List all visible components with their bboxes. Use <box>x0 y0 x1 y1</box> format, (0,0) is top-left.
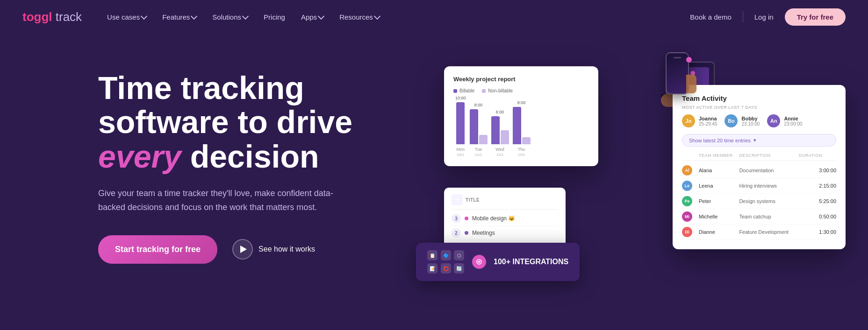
nav-item-use-cases[interactable]: Use cases <box>100 9 153 25</box>
weekly-report-card: Weekly project report Billable Non-billa… <box>444 66 598 166</box>
hero-title: Time tracking software to drive every de… <box>98 71 388 174</box>
chevron-down-icon: ▾ <box>753 137 756 143</box>
project-color-dot <box>465 217 468 220</box>
nav-divider <box>743 11 743 22</box>
bar-day: Tue <box>475 147 482 152</box>
integrations-card: 📋 🔷 ⬡ 📝 ⭕ 🔄 100+ INTEGRATIONS <box>416 243 580 281</box>
member-avatar: Jo <box>682 114 695 127</box>
start-tracking-button[interactable]: Start tracking for free <box>98 235 217 264</box>
logo-track: track <box>56 10 82 24</box>
bar-day: Thu <box>518 147 525 152</box>
bar-day: Mon <box>457 147 465 152</box>
bar-pair <box>470 109 488 144</box>
row-duration: 1:30:00 <box>799 229 836 235</box>
table-row: Pe Peter Design systems 5:25:00 <box>682 194 836 209</box>
bar-date: 12/1 <box>496 153 504 157</box>
chart-legend: Billable Non-billable <box>453 88 589 93</box>
table-row: Al Alana Documentation 3:00:00 <box>682 163 836 178</box>
project-title-row: ▾ TITLE <box>452 194 558 210</box>
member-chip: Jo Joanna 25-29:45 <box>682 114 717 127</box>
bar-group: 10:00 Mon 10/1 <box>455 96 466 157</box>
integrations-icons: 📋 🔷 ⬡ 📝 ⭕ 🔄 <box>427 250 465 274</box>
hero-left: Time tracking software to drive every de… <box>98 57 388 264</box>
chevron-down-icon <box>318 13 324 19</box>
nav-item-solutions[interactable]: Solutions <box>206 9 254 25</box>
book-demo-link[interactable]: Book a demo <box>690 13 731 21</box>
row-avatar: Al <box>682 165 692 176</box>
table-row: Mi Michelle Team catchup 0:50:00 <box>682 209 836 225</box>
row-name: Michelle <box>699 214 737 219</box>
integrations-pink-button <box>472 255 486 269</box>
bar-date: 11/1 <box>475 153 482 157</box>
table-row: Di Dianne Feature Development 1:30:00 <box>682 225 836 240</box>
member-time: 25-29:45 <box>699 121 717 126</box>
chevron-down-icon <box>141 13 147 19</box>
hero-cta: Start tracking for free See how it works <box>98 235 388 264</box>
weekly-card-title: Weekly project report <box>453 76 589 83</box>
nav-item-pricing[interactable]: Pricing <box>257 9 292 25</box>
integration-icon-3: ⬡ <box>454 250 464 260</box>
logo[interactable]: toggl track <box>22 10 82 24</box>
bar-date: 10/1 <box>457 153 464 157</box>
nav-item-features[interactable]: Features <box>156 9 203 25</box>
bar-group: 8:00 Tue 11/1 <box>470 103 488 157</box>
row-duration: 2:15:00 <box>799 183 836 189</box>
bar-group: 8:00 Thu 13/1 <box>513 100 531 157</box>
play-triangle <box>240 246 247 253</box>
bar-billable <box>513 107 521 144</box>
member-info: Joanna 25-29:45 <box>699 116 717 126</box>
row-avatar: Mi <box>682 211 692 222</box>
member-time: 23:00:00 <box>784 121 802 126</box>
bar-chart: 10:00 Mon 10/1 8:00 Tue 11/1 6:00 Wed 12… <box>453 101 589 157</box>
bar-top-label: 8:00 <box>517 100 526 105</box>
nav-item-apps[interactable]: Apps <box>294 9 330 25</box>
table-row: Le Leena Hiring interviews 2:15:00 <box>682 178 836 194</box>
bar-day: Wed <box>495 147 504 152</box>
hero-section: Time tracking software to drive every de… <box>0 34 868 330</box>
row-avatar: Le <box>682 181 692 191</box>
row-duration: 0:50:00 <box>799 214 836 219</box>
nonbillable-dot <box>482 89 486 93</box>
project-row-meetings: 2 Meetings <box>452 226 558 240</box>
try-for-free-button[interactable]: Try for free <box>785 8 846 26</box>
row-description: Feature Development <box>739 229 797 235</box>
chevron-down-icon <box>191 13 197 19</box>
member-info: Annie 23:00:00 <box>784 116 802 126</box>
integration-icon-2: 🔷 <box>441 250 451 260</box>
bar-pair <box>491 116 509 144</box>
row-avatar: Di <box>682 227 692 237</box>
bar-pair <box>513 107 531 144</box>
row-name: Dianne <box>699 229 737 235</box>
member-name: Joanna <box>699 116 717 121</box>
show-entries-button[interactable]: Show latest 20 time entries ▾ <box>682 134 836 147</box>
member-avatar: Bo <box>725 114 738 127</box>
row-name: Leena <box>699 183 737 189</box>
member-name: Annie <box>784 116 802 121</box>
team-rows: Al Alana Documentation 3:00:00 Le Leena … <box>682 163 836 240</box>
bar-pair <box>456 102 465 144</box>
bar-nonbillable <box>479 135 488 144</box>
row-description: Documentation <box>739 168 797 173</box>
integration-icon-4: 📝 <box>427 263 438 274</box>
navbar: toggl track Use cases Features Solutions… <box>0 0 868 34</box>
nav-item-resources[interactable]: Resources <box>333 9 386 25</box>
integration-icon-1: 📋 <box>427 250 438 260</box>
legend-billable: Billable <box>453 88 474 93</box>
team-card-title: Team Activity <box>682 94 836 102</box>
bar-date: 13/1 <box>518 153 525 157</box>
login-link[interactable]: Log in <box>754 13 774 21</box>
member-chip: An Annie 23:00:00 <box>767 114 802 127</box>
row-description: Hiring interviews <box>739 183 797 189</box>
see-how-it-works-button[interactable]: See how it works <box>232 239 315 260</box>
member-chip: Bo Bobby 23:10:00 <box>725 114 760 127</box>
integration-icon-5: ⭕ <box>441 263 451 274</box>
expand-button[interactable]: ▾ <box>452 194 463 205</box>
nav-right: Book a demo Log in Try for free <box>690 8 846 26</box>
phone-hand-illustration <box>666 52 689 94</box>
row-duration: 3:00:00 <box>799 168 836 173</box>
bar-billable <box>491 116 500 144</box>
logo-toggl: toggl <box>22 10 52 24</box>
member-info: Bobby 23:10:00 <box>741 116 760 126</box>
nav-links: Use cases Features Solutions Pricing App… <box>100 9 690 25</box>
hero-title-every: every <box>98 139 181 174</box>
